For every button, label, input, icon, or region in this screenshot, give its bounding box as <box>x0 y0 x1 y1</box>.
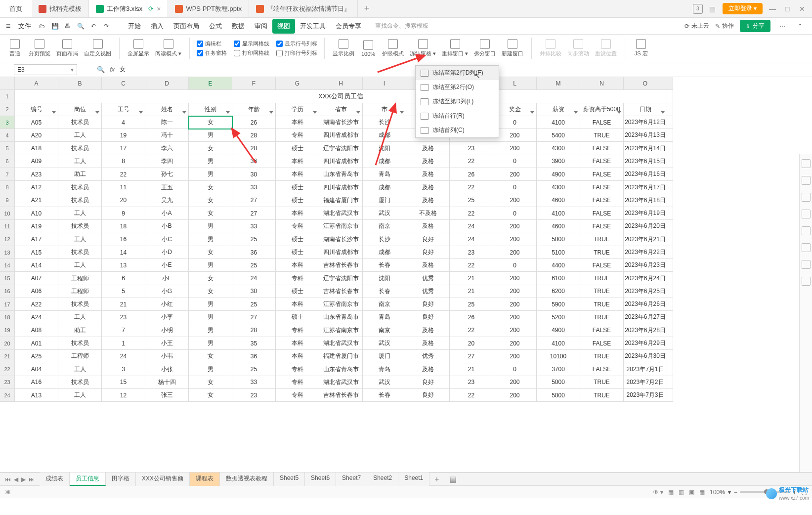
row-header[interactable]: 14 <box>0 259 15 272</box>
data-cell[interactable]: 专科 <box>276 363 319 376</box>
data-cell[interactable]: 青岛 <box>363 363 406 376</box>
row-header[interactable]: 22 <box>0 363 15 376</box>
data-cell[interactable]: 26 <box>450 311 493 324</box>
sheet-tab[interactable]: Sheet5 <box>274 472 305 486</box>
data-cell[interactable]: 技术员 <box>58 220 102 233</box>
data-cell[interactable]: 21 <box>102 298 145 311</box>
data-cell[interactable]: 16 <box>102 233 145 246</box>
data-cell[interactable]: 女 <box>189 350 232 363</box>
data-cell[interactable]: FALSE <box>580 194 624 207</box>
data-cell[interactable]: 5400 <box>537 129 580 142</box>
data-cell[interactable]: 技术员 <box>58 194 102 207</box>
data-cell[interactable]: 本科 <box>276 337 319 350</box>
data-cell[interactable]: 19 <box>102 129 145 142</box>
cloud-status[interactable]: ⟳ 未上云 <box>684 22 709 30</box>
data-cell[interactable]: 本科 <box>276 116 319 129</box>
data-cell[interactable]: 3 <box>102 363 145 376</box>
data-cell[interactable]: 男 <box>189 298 232 311</box>
formula-value[interactable]: 女 <box>120 65 126 74</box>
filter-icon[interactable] <box>139 111 143 114</box>
data-cell[interactable]: FALSE <box>580 181 624 194</box>
data-cell[interactable]: 优秀 <box>406 285 450 298</box>
data-cell[interactable]: 女 <box>189 181 232 194</box>
data-cell[interactable]: 25 <box>232 298 276 311</box>
data-cell[interactable]: 200 <box>493 220 537 233</box>
data-cell[interactable]: 5 <box>102 285 145 298</box>
close-button[interactable]: ✕ <box>797 4 807 14</box>
col-header[interactable]: F <box>232 77 276 90</box>
data-cell[interactable]: FALSE <box>580 337 624 350</box>
data-cell[interactable]: 25 <box>232 233 276 246</box>
sheet-add-button[interactable]: + <box>429 475 444 484</box>
document-tab[interactable]: WPS PPT教程.pptx <box>168 0 249 17</box>
data-cell[interactable]: 湖北省武汉市 <box>319 337 363 350</box>
row-header[interactable]: 5 <box>0 142 15 155</box>
data-cell[interactable]: 22 <box>450 207 493 220</box>
data-cell[interactable]: TRUE <box>580 129 624 142</box>
column-header-cell[interactable]: 省市 <box>319 103 363 116</box>
filter-icon[interactable] <box>400 111 404 114</box>
print-icon[interactable]: 🖶 <box>62 20 74 32</box>
data-cell[interactable]: 吉林省长春市 <box>319 389 363 402</box>
rp-icon[interactable] <box>802 210 811 218</box>
row-header[interactable]: 21 <box>0 350 15 363</box>
ribbon-分页预览[interactable]: 分页预览 <box>26 36 53 61</box>
data-cell[interactable]: 4900 <box>537 168 580 181</box>
data-cell[interactable]: 江苏省南京市 <box>319 324 363 337</box>
data-cell[interactable]: 7 <box>102 324 145 337</box>
data-cell[interactable]: 本科 <box>276 350 319 363</box>
data-cell[interactable]: 沈阳 <box>363 142 406 155</box>
data-cell[interactable]: A21 <box>15 194 58 207</box>
sheet-tab[interactable]: 课程表 <box>190 472 220 486</box>
ribbon-重排窗口[interactable]: 重排窗口 ▾ <box>439 36 471 61</box>
filter-icon[interactable] <box>574 111 578 114</box>
ribbon-显示比例[interactable]: 显示比例 <box>330 36 357 61</box>
data-cell[interactable]: 6100 <box>537 272 580 285</box>
menu-会员专享[interactable]: 会员专享 <box>331 19 366 34</box>
row-header[interactable]: 12 <box>0 233 15 246</box>
menu-开始[interactable]: 开始 <box>123 19 146 34</box>
data-cell[interactable]: 28 <box>232 142 276 155</box>
data-cell[interactable]: 25 <box>450 194 493 207</box>
column-header-cell[interactable]: 学历 <box>276 103 319 116</box>
row-header[interactable]: 18 <box>0 311 15 324</box>
data-cell[interactable]: 36 <box>232 246 276 259</box>
data-cell[interactable]: A12 <box>15 181 58 194</box>
data-cell[interactable]: 四川省成都市 <box>319 129 363 142</box>
filter-icon[interactable] <box>530 111 534 114</box>
data-cell[interactable]: 四川省成都市 <box>319 155 363 168</box>
data-cell[interactable]: 工人 <box>58 207 102 220</box>
expand-icon[interactable]: ⌃ <box>794 20 806 32</box>
data-cell[interactable]: 男 <box>189 155 232 168</box>
data-cell[interactable]: 本科 <box>276 259 319 272</box>
data-cell[interactable]: 200 <box>493 311 537 324</box>
data-cell[interactable]: 小C <box>145 233 189 246</box>
data-cell[interactable]: 5000 <box>537 389 580 402</box>
row-header[interactable]: 1 <box>0 90 15 103</box>
data-cell[interactable]: 陈一 <box>145 116 189 129</box>
login-button[interactable]: 立即登录 ▾ <box>723 3 763 14</box>
data-cell[interactable]: 28 <box>232 129 276 142</box>
data-cell[interactable]: 杨十四 <box>145 376 189 389</box>
data-cell[interactable]: 良好 <box>406 298 450 311</box>
column-header-cell[interactable]: 编号 <box>15 103 58 116</box>
data-cell[interactable]: 工程师 <box>58 350 102 363</box>
data-cell[interactable]: TRUE <box>580 298 624 311</box>
data-cell[interactable]: 200 <box>493 272 537 285</box>
rp-icon[interactable] <box>802 260 811 269</box>
document-tab[interactable]: 找稻壳模板 <box>32 0 89 17</box>
data-cell[interactable]: 及格 <box>406 220 450 233</box>
data-cell[interactable]: 3700 <box>537 363 580 376</box>
rp-icon[interactable] <box>802 226 811 235</box>
data-cell[interactable]: 四川省成都市 <box>319 246 363 259</box>
col-header[interactable]: M <box>537 77 580 90</box>
ribbon-拆分窗口[interactable]: 拆分窗口 <box>471 36 499 61</box>
data-cell[interactable]: 12 <box>102 389 145 402</box>
data-cell[interactable]: 25 <box>450 298 493 311</box>
data-cell[interactable]: 工程师 <box>58 272 102 285</box>
data-cell[interactable]: A09 <box>15 155 58 168</box>
eye-icon[interactable]: 👁 ▾ <box>653 489 663 496</box>
data-cell[interactable]: 2023年6月18日 <box>624 194 667 207</box>
name-box[interactable]: E3▾ <box>14 64 77 75</box>
data-cell[interactable]: 13 <box>102 259 145 272</box>
